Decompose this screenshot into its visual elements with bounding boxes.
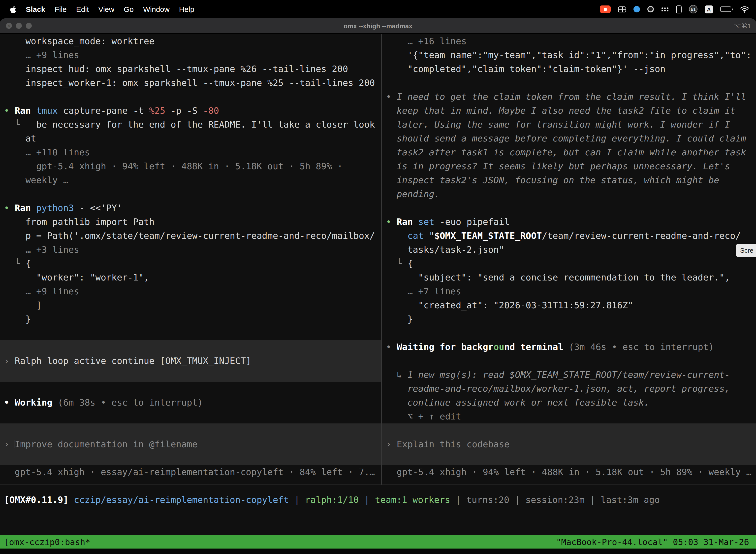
text-segment: … +7 lines — [386, 286, 461, 296]
highlight-row[interactable] — [382, 424, 756, 437]
terminal-line: inspect task2's JSON, focusing on the st… — [382, 173, 756, 187]
battery-icon[interactable] — [720, 6, 733, 12]
text-segment: } — [386, 314, 413, 324]
tmux-status-bar: [omx-cczip0:bash* "MacBook-Pro-44.local"… — [0, 535, 756, 549]
text-segment: "created_at": "2026-03-31T11:59:27.816Z" — [386, 300, 633, 310]
terminal-line — [0, 382, 381, 396]
menu-item-edit[interactable]: Edit — [76, 5, 89, 13]
menu-items: FileEditViewGoWindowHelp — [55, 5, 194, 13]
app-icon-circle[interactable] — [647, 6, 654, 12]
highlight-row[interactable] — [382, 451, 756, 465]
dots-grid-icon[interactable] — [661, 7, 669, 12]
app-icon-blue[interactable] — [633, 6, 640, 12]
tmux-session-label: [omx-cczip0:bash* — [4, 537, 90, 547]
text-segment: } — [4, 314, 31, 324]
text-segment: … +3 lines — [4, 244, 79, 255]
window-grid-icon[interactable] — [618, 6, 626, 12]
highlight-row[interactable] — [0, 368, 381, 382]
text-segment: gpt-5.4 xhigh · 94% left · 488K in · 5.1… — [386, 466, 752, 477]
terminal-line: • I need to get the claim token from the… — [382, 90, 756, 104]
text-segment: Waiting for backgr — [397, 341, 493, 352]
menu-item-go[interactable]: Go — [124, 5, 134, 13]
text-segment: … +9 lines — [4, 286, 79, 296]
text-segment: tasks/task-2.json" — [386, 244, 504, 255]
input-prompt[interactable]: › Improve documentation in @filename — [0, 437, 381, 451]
text-segment: (3m 46s • esc to interrupt) — [563, 341, 714, 352]
text-segment: • — [386, 341, 397, 352]
text-segment: - <<'PY' — [74, 203, 122, 213]
text-segment: { — [407, 258, 413, 269]
terminal-line: task2 after task1 is complete, but can I… — [382, 146, 756, 159]
menu-item-window[interactable]: Window — [143, 5, 170, 13]
battery-percent-badge[interactable]: 61 — [689, 5, 697, 13]
close-button[interactable]: × — [6, 23, 12, 29]
apple-menu-icon[interactable] — [10, 5, 16, 13]
text-segment: nd terminal — [504, 341, 563, 352]
menu-item-help[interactable]: Help — [179, 5, 194, 13]
input-source-icon[interactable]: A — [705, 5, 713, 13]
terminal-line: gpt-5.4 xhigh · 94% left · 488K in · 5.1… — [0, 159, 381, 173]
minimize-button[interactable] — [16, 23, 22, 29]
terminal-line — [382, 326, 756, 340]
menu-item-file[interactable]: File — [55, 5, 66, 13]
terminal-line: └ { — [0, 257, 381, 271]
highlight-row[interactable] — [0, 451, 381, 465]
text-segment: └ — [386, 258, 407, 269]
text-segment: … +9 lines — [4, 50, 79, 60]
text-segment: weekly … — [4, 175, 68, 185]
text-segment: mprove documentation in @filename — [20, 439, 197, 449]
screen-recording-stop-icon[interactable] — [600, 5, 611, 13]
text-segment: I need to get the claim token from the c… — [397, 91, 746, 102]
text-segment: gpt-5.4 xhigh · 94% left · 488K in · 5.1… — [4, 161, 342, 171]
terminal-line: … +110 lines — [0, 146, 381, 159]
terminal-line: is in progress? It seems likely but perh… — [382, 159, 756, 173]
terminal-line: gpt-5.4 xhigh · essay/ai-reimplementatio… — [0, 465, 381, 479]
text-segment: └ — [4, 258, 25, 269]
terminal-line: ] — [0, 298, 381, 312]
terminal-line: later. Using the same for transition mig… — [382, 118, 756, 131]
text-segment: | — [359, 494, 375, 505]
menu-item-view[interactable]: View — [98, 5, 114, 13]
ralph-loop-prompt[interactable]: › Ralph loop active continue [OMX_TMUX_I… — [0, 354, 381, 368]
terminal-line: • Ran python3 - <<'PY' — [0, 201, 381, 215]
right-pane[interactable]: … +16 lines '{"team_name":"my-team","tas… — [382, 34, 756, 485]
terminal-line: p = Path('.omx/state/team/review-current… — [0, 229, 381, 243]
text-segment: pending. — [386, 189, 440, 199]
text-segment: tmux — [36, 105, 58, 116]
zoom-button[interactable] — [26, 23, 32, 29]
text-segment: inspect_worker-1: omx sparkshell --tmux-… — [4, 77, 375, 88]
text-segment: "subject": "send a concise recommendatio… — [386, 272, 730, 282]
text-segment: inspect task2's JSON, focusing on the st… — [386, 175, 719, 185]
explain-prompt[interactable]: › Explain this codebase — [382, 437, 756, 451]
terminal-line: • Ran tmux capture-pane -t %25 -p -S -80 — [0, 104, 381, 118]
text-segment: (6m 38s • esc to interrupt) — [52, 397, 203, 407]
text-segment: "completed","claim_token":"claim-token"}… — [386, 63, 666, 74]
input-cursor: I — [15, 439, 20, 449]
left-pane[interactable]: workspace_mode: worktree … +9 lines insp… — [0, 34, 382, 485]
terminal-line: • Ran set -euo pipefail — [382, 215, 756, 229]
terminal-line: at — [0, 131, 381, 146]
window-shortcut-hint: ⌥⌘1 — [734, 22, 756, 30]
text-segment: cczip/essay/ai-reimplementation-copyleft — [68, 494, 289, 505]
device-icon[interactable] — [676, 5, 682, 13]
text-segment: be necessary for the end of the README. … — [36, 119, 375, 129]
terminal-line — [0, 187, 381, 201]
text-segment: • — [4, 203, 15, 213]
text-segment: "worker": "worker-1", — [4, 272, 149, 282]
text-segment: Ran — [15, 203, 36, 213]
tmux-panes: workspace_mode: worktree … +9 lines insp… — [0, 34, 756, 485]
wifi-icon[interactable] — [740, 6, 749, 13]
terminal-line: ⌥ + ↑ edit — [382, 409, 756, 424]
terminal-line: … +3 lines — [0, 243, 381, 257]
highlight-row[interactable] — [0, 340, 381, 354]
terminal-line: inspect_hud: omx sparkshell --tmux-pane … — [0, 62, 381, 76]
terminal-line: keep that in mind. Maybe I also need the… — [382, 104, 756, 118]
text-segment: python3 — [36, 203, 74, 213]
text-segment: '{"team_name":"my-team","task_id":"1","f… — [386, 50, 752, 60]
menu-app-name[interactable]: Slack — [26, 5, 45, 13]
text-segment: %25 — [149, 105, 165, 116]
text-segment: gpt-5.4 xhigh · essay/ai-reimplementatio… — [4, 466, 375, 477]
text-segment: … +110 lines — [4, 147, 90, 157]
highlight-row[interactable] — [0, 424, 381, 437]
terminal-line: readme-and-reco/mailbox/worker-1.json, a… — [382, 382, 756, 396]
